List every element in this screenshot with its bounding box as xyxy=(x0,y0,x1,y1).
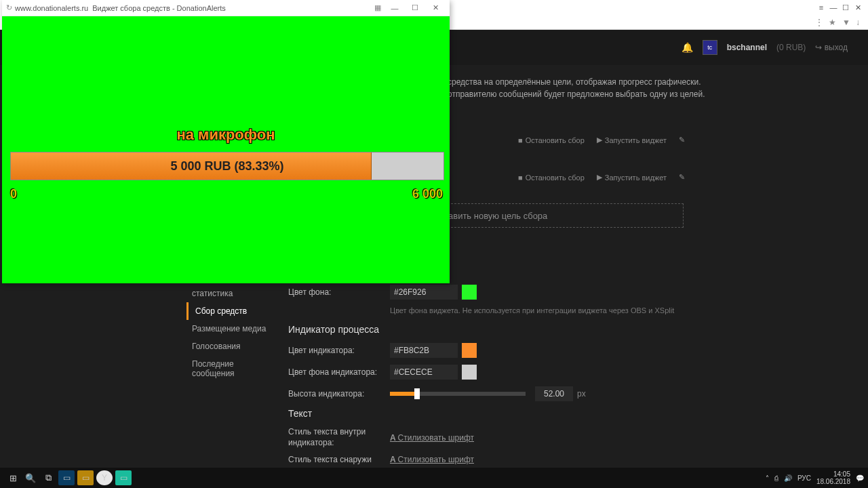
taskbar[interactable]: ⊞ 🔍 ⧉ ▭ ▭ Y ▭ ˄ ⎙ 🔊 РУС 14:05 18.06.2018… xyxy=(0,468,868,488)
sidebar-item-media[interactable]: Размещение медиа xyxy=(186,320,281,338)
tray-lang[interactable]: РУС xyxy=(797,474,811,482)
close-icon[interactable]: ✕ xyxy=(852,3,864,12)
tray-icon[interactable]: ⎙ xyxy=(774,474,778,482)
menu-icon[interactable]: ≡ xyxy=(815,3,827,12)
indicator-heading: Индикатор процесса xyxy=(288,324,695,335)
popup-titlebar[interactable]: ↻ www.donationalerts.ru Виджет сбора сре… xyxy=(2,0,450,16)
progress-text: 5 000 RUB (83.33%) xyxy=(11,152,443,180)
ind-color-label: Цвет индикатора: xyxy=(288,346,390,355)
start-icon[interactable]: ⊞ xyxy=(4,470,22,485)
maximize-icon[interactable]: ☐ xyxy=(840,3,852,12)
popup-url: www.donationalerts.ru xyxy=(15,4,88,12)
clock-time: 14:05 xyxy=(816,470,850,478)
logout-button[interactable]: ↪ выход xyxy=(815,43,848,52)
bgcolor-label: Цвет фона: xyxy=(288,287,390,297)
minimize-icon[interactable]: — xyxy=(827,3,840,12)
clock-date: 18.06.2018 xyxy=(816,478,850,485)
style-font-button[interactable]: Стилизовать шрифт xyxy=(390,455,474,464)
ind-color-input[interactable] xyxy=(390,343,458,358)
extension-icon[interactable]: ⋮ xyxy=(815,18,825,27)
settings-sidebar: статистика Сбор средств Размещение медиа… xyxy=(186,285,281,382)
bgcolor-input[interactable] xyxy=(390,285,458,300)
adblock-icon[interactable]: ▼ xyxy=(842,18,852,27)
goal-row-2: ■ Остановить сбор ▶ Запустить виджет ✎ xyxy=(518,173,685,182)
tray-chevron-icon[interactable]: ˄ xyxy=(766,474,769,482)
add-goal-label: авить новую цель сбора xyxy=(448,211,547,221)
bell-icon[interactable]: 🔔 xyxy=(682,42,693,53)
notification-icon[interactable]: 💬 xyxy=(856,474,864,482)
window-controls: ≡ — ☐ ✕ xyxy=(815,3,864,12)
height-slider[interactable] xyxy=(390,392,526,396)
widget-preview: на микрофон 5 000 RUB (83.33%) 0 6 000 xyxy=(2,16,450,283)
desc-line-2: отправителю сообщений будет предложено в… xyxy=(448,88,705,100)
popup-settings-icon[interactable]: ▦ xyxy=(371,3,384,12)
popup-title: Виджет сбора средств - DonationAlerts xyxy=(92,4,371,12)
taskbar-app-yandex[interactable]: Y xyxy=(96,470,113,485)
progress-bar: 5 000 RUB (83.33%) xyxy=(10,152,444,180)
browser-extensions: ⋮ ★ ▼ ↓ xyxy=(815,18,865,27)
bgcolor-swatch[interactable] xyxy=(462,285,477,300)
inner-style-label: Стиль текста внутри индикатора: xyxy=(288,427,390,448)
popup-maximize-icon[interactable]: ☐ xyxy=(405,1,425,15)
reload-icon[interactable]: ↻ xyxy=(6,3,12,12)
sidebar-item-voting[interactable]: Голосования xyxy=(186,338,281,355)
download-icon[interactable]: ↓ xyxy=(856,18,865,27)
edit-icon[interactable]: ✎ xyxy=(679,136,685,144)
popup-minimize-icon[interactable]: — xyxy=(384,1,405,15)
description-text: средства на определённые цели, отображая… xyxy=(448,76,705,100)
balance: (0 RUB) xyxy=(776,43,806,52)
launch-widget-button[interactable]: ▶ Запустить виджет xyxy=(597,136,667,144)
taskbar-app[interactable]: ▭ xyxy=(77,470,94,485)
tray-volume-icon[interactable]: 🔊 xyxy=(784,474,792,482)
edit-icon[interactable]: ✎ xyxy=(679,173,685,182)
goal-row-1: ■ Остановить сбор ▶ Запустить виджет ✎ xyxy=(518,136,685,144)
ind-bg-input[interactable] xyxy=(390,365,458,380)
ind-color-swatch[interactable] xyxy=(462,343,477,358)
outer-style-label: Стиль текста снаружи xyxy=(288,455,390,464)
taskview-icon[interactable]: ⧉ xyxy=(39,470,57,485)
desc-line-1: средства на определённые цели, отображая… xyxy=(448,76,705,88)
ind-bg-label: Цвет фона индикатора: xyxy=(288,367,390,377)
height-label: Высота индикатора: xyxy=(288,389,390,399)
goal-title: на микрофон xyxy=(2,126,450,144)
clock[interactable]: 14:05 18.06.2018 xyxy=(816,470,850,485)
px-label: px xyxy=(577,389,586,399)
username: bschannel xyxy=(727,43,767,52)
bgcolor-hint: Цвет фона виджета. Не используется при и… xyxy=(390,306,695,314)
style-font-button[interactable]: Стилизовать шрифт xyxy=(390,433,474,443)
height-input[interactable] xyxy=(535,386,573,401)
system-tray[interactable]: ˄ ⎙ 🔊 РУС 14:05 18.06.2018 💬 xyxy=(766,470,864,485)
search-icon[interactable]: 🔍 xyxy=(22,470,39,485)
sidebar-item-messages[interactable]: Последние сообщения xyxy=(186,355,281,382)
progress-max: 6 000 xyxy=(412,187,443,201)
text-heading: Текст xyxy=(288,408,695,419)
ind-bg-swatch[interactable] xyxy=(462,365,477,380)
launch-widget-button[interactable]: ▶ Запустить виджет xyxy=(597,173,667,182)
taskbar-app[interactable]: ▭ xyxy=(115,470,132,485)
stop-collection-button[interactable]: ■ Остановить сбор xyxy=(518,174,585,182)
avatar[interactable]: tc xyxy=(703,40,717,55)
taskbar-app[interactable]: ▭ xyxy=(58,470,75,485)
widget-popup-window: ↻ www.donationalerts.ru Виджет сбора сре… xyxy=(2,0,450,283)
settings-panel: Цвет фона: Цвет фона виджета. Не использ… xyxy=(288,285,695,471)
sidebar-item-stats[interactable]: статистика xyxy=(186,285,281,302)
popup-close-icon[interactable]: ✕ xyxy=(425,1,446,15)
stop-collection-button[interactable]: ■ Остановить сбор xyxy=(518,136,585,144)
sidebar-item-collection[interactable]: Сбор средств xyxy=(186,302,281,320)
progress-min: 0 xyxy=(10,187,17,201)
bookmark-icon[interactable]: ★ xyxy=(829,18,838,27)
